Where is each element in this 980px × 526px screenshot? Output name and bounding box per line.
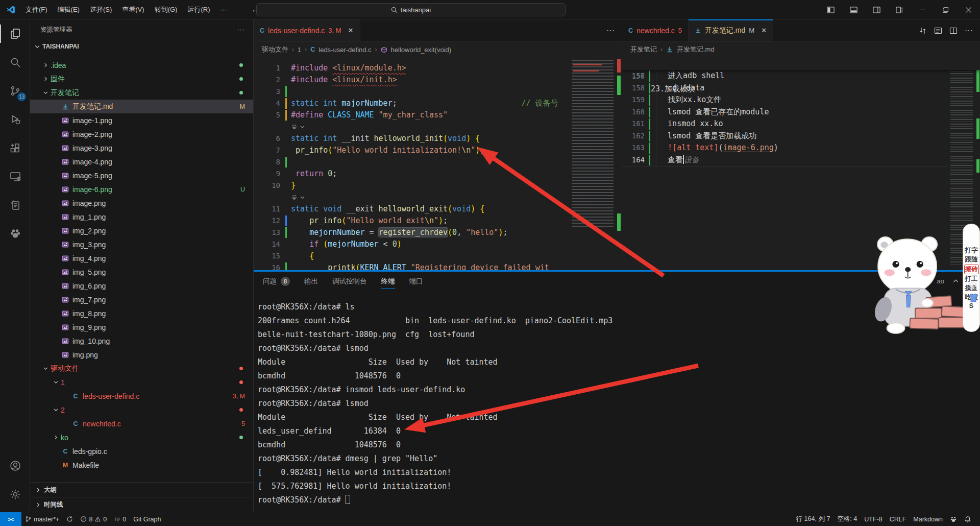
code-line-164[interactable]: 164 查看设备 (622, 154, 980, 166)
tree-item-image-4.png[interactable]: image-4.png (30, 155, 253, 169)
code-editor-c[interactable]: 1#include <linux/module.h>2#include <lin… (254, 57, 622, 270)
tree-item-开发笔记.md[interactable]: 开发笔记.mdM (30, 100, 253, 113)
code-line-12[interactable]: 12 pr_info("Hello world exit\n"); (254, 215, 622, 227)
tree-item-newchrled.c[interactable]: Cnewchrled.c5 (30, 417, 253, 431)
sync-item[interactable] (63, 514, 77, 525)
ports-item[interactable]: 0 (110, 514, 130, 525)
toggle-primary-sidebar-icon[interactable] (819, 0, 842, 19)
tree-item-img_9.png[interactable]: img_9.png (30, 320, 253, 334)
tree-item-image-6.png[interactable]: image-6.pngU (30, 182, 253, 196)
customize-layout-icon[interactable] (888, 0, 911, 19)
close-tab-icon[interactable]: ✕ (348, 27, 354, 34)
tree-item-img_7.png[interactable]: img_7.png (30, 293, 253, 306)
editor-more-actions[interactable]: ··· (606, 26, 615, 35)
explorer-more-actions[interactable]: ··· (237, 26, 246, 33)
close-button[interactable] (957, 0, 980, 19)
menu-2[interactable]: 选择(S) (85, 3, 117, 16)
code-line-163[interactable]: 163 ![alt text](image-6.png) (622, 142, 980, 154)
new-terminal-icon[interactable] (899, 277, 913, 285)
menu-6[interactable]: ··· (215, 3, 232, 16)
eol-item[interactable]: CRLF (886, 514, 910, 525)
breadcrumb-segment[interactable]: 驱动文件 (262, 45, 288, 54)
panel-tab-终端[interactable]: 终端 (381, 272, 395, 291)
code-line-10[interactable]: 10} (254, 180, 622, 192)
code-line-159[interactable]: 159 找到xx.ko文件 (622, 94, 980, 106)
tree-item-img_5.png[interactable]: img_5.png (30, 265, 253, 279)
menu-0[interactable]: 文件(F) (20, 3, 53, 16)
code-line-3[interactable]: 3 (254, 86, 622, 98)
tree-item-.idea[interactable]: .idea (30, 58, 253, 72)
split-editor-icon[interactable] (949, 27, 958, 35)
code-line-2[interactable]: 2#include <linux/init.h> (254, 74, 622, 86)
tab-leds-user-defind[interactable]: C leds-user-defind.c 3, M ✕ (254, 19, 360, 41)
code-line-9[interactable]: 9 return 0; (254, 168, 622, 180)
tree-item-2[interactable]: 2 (30, 403, 253, 417)
search-command-center[interactable]: taishanpai (256, 3, 566, 16)
tree-item-img_1.png[interactable]: img_1.png (30, 210, 253, 224)
tree-item-固件[interactable]: 固件 (30, 72, 253, 86)
activity-pet-extension[interactable] (0, 220, 30, 248)
tree-item-img_10.png[interactable]: img_10.png (30, 334, 253, 348)
activity-notebook[interactable] (0, 191, 30, 220)
tree-item-image-2.png[interactable]: image-2.png (30, 127, 253, 141)
markdown-preview-icon[interactable] (934, 27, 942, 35)
activity-search[interactable] (0, 48, 30, 77)
codelens-row[interactable] (254, 192, 622, 203)
language-mode-item[interactable]: Markdown (910, 514, 946, 525)
encoding-item[interactable]: UTF-8 (861, 514, 886, 525)
tree-item-image-5.png[interactable]: image-5.png (30, 169, 253, 182)
tree-item-leds-gpio.c[interactable]: Cleds-gpio.c (30, 444, 253, 458)
maximize-button[interactable] (934, 0, 957, 19)
minimap[interactable] (569, 57, 622, 270)
project-root-row[interactable]: TAISHANPAI (30, 40, 253, 53)
activity-extensions[interactable] (0, 134, 30, 162)
remote-indicator[interactable]: >< (0, 512, 21, 526)
code-line-4[interactable]: 4static int majorNumber; // 设备号 (254, 98, 622, 109)
breadcrumb-segment[interactable]: 1 (298, 46, 301, 54)
menu-4[interactable]: 转到(G) (150, 3, 183, 16)
menu-1[interactable]: 编辑(E) (53, 3, 85, 16)
activity-accounts[interactable] (0, 451, 30, 480)
panel-tab-调试控制台[interactable]: 调试控制台 (332, 272, 367, 291)
tree-item-leds-user-defind.c[interactable]: Cleds-user-defind.c3, M (30, 389, 253, 403)
menu-5[interactable]: 运行(R) (182, 3, 215, 16)
activity-explorer[interactable] (0, 19, 30, 48)
activity-source-control[interactable]: 13 (0, 77, 30, 105)
split-terminal-icon[interactable] (921, 277, 929, 285)
breadcrumb-segment[interactable]: 开发笔记.md (677, 45, 715, 54)
git-branch-item[interactable]: master*+ (21, 514, 63, 525)
notifications-bell-icon[interactable] (961, 514, 975, 525)
minimize-button[interactable] (911, 0, 934, 19)
problems-item[interactable]: 8 0 (77, 514, 110, 525)
outline-section[interactable]: 大纲 (30, 482, 253, 497)
menu-3[interactable]: 查看(V) (117, 3, 149, 16)
sticky-scroll-line[interactable]: 156 23.加载模块 (622, 57, 980, 70)
panel-tab-输出[interactable]: 输出 (304, 272, 318, 291)
terminal-output[interactable]: root@RK356X:/data# ls200frames_count.h26… (254, 291, 980, 512)
code-line-8[interactable]: 8 (254, 156, 622, 168)
breadcrumb-segment[interactable]: leds-user-defind.c (318, 46, 371, 54)
activity-run-debug[interactable] (0, 105, 30, 134)
breadcrumb-segment[interactable]: 开发笔记 (630, 45, 657, 54)
code-line-7[interactable]: 7 pr_info("Hello world initialization!\n… (254, 145, 622, 156)
pet-extension-icon[interactable] (946, 514, 961, 525)
tree-item-开发笔记[interactable]: 开发笔记 (30, 86, 253, 100)
code-line-1[interactable]: 1#include <linux/module.h> (254, 62, 622, 74)
panel-tab-问题[interactable]: 问题8 (263, 272, 290, 291)
code-line-15[interactable]: 15 { (254, 250, 622, 262)
breadcrumb[interactable]: 驱动文件›1›Cleds-user-defind.c›helloworld_ex… (254, 42, 622, 57)
code-line-11[interactable]: 11static void __exit helloworld_exit(voi… (254, 203, 622, 215)
tree-item-image-1.png[interactable]: image-1.png (30, 113, 253, 127)
activity-remote-explorer[interactable] (0, 162, 30, 191)
tree-item-ko[interactable]: ko (30, 431, 253, 444)
toggle-secondary-sidebar-icon[interactable] (865, 0, 888, 19)
maximize-panel-icon[interactable] (952, 278, 959, 284)
timeline-section[interactable]: 时间线 (30, 497, 253, 512)
outfit-shirt-icon[interactable] (968, 293, 978, 302)
code-line-13[interactable]: 13 mejornNumber = register_chrdev(0, "he… (254, 227, 622, 238)
indentation-item[interactable]: 空格: 4 (834, 514, 861, 525)
tree-item-img_4.png[interactable]: img_4.png (30, 251, 253, 265)
editor-more-actions[interactable]: ··· (965, 26, 973, 35)
tree-item-img_3.png[interactable]: img_3.png (30, 237, 253, 251)
code-line-5[interactable]: 5#define CLASS_NAME "my_char_class" (254, 109, 622, 121)
